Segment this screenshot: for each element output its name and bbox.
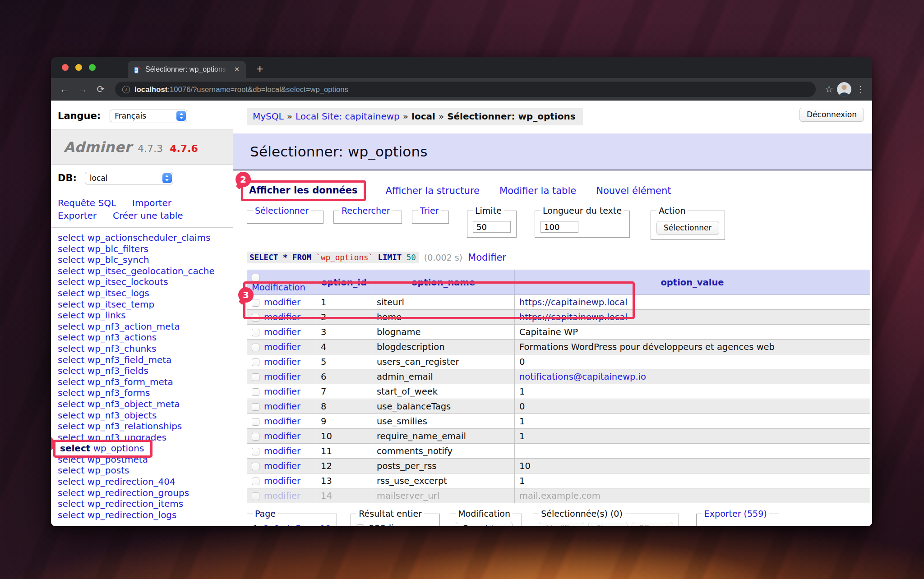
breadcrumb-link[interactable]: MySQL bbox=[253, 111, 284, 122]
modify-row-link[interactable]: modifier bbox=[264, 491, 300, 501]
language-select[interactable]: Français bbox=[110, 110, 187, 122]
value-link[interactable]: notifications@capitainewp.io bbox=[519, 372, 646, 382]
search-legend-link[interactable]: Rechercher bbox=[339, 206, 393, 216]
select-all-checkbox[interactable] bbox=[252, 274, 259, 281]
tab-afficher-les-données[interactable]: Afficher les données bbox=[249, 185, 358, 196]
modification-header-link[interactable]: Modification bbox=[252, 282, 305, 293]
sidebar-table-link[interactable]: select wp_nf3_forms bbox=[58, 387, 150, 398]
sidebar-table-link[interactable]: select wp_nf3_fields bbox=[58, 365, 148, 376]
modify-row-link[interactable]: modifier bbox=[264, 342, 300, 352]
row-checkbox[interactable] bbox=[252, 329, 259, 336]
sidebar-active-table-link[interactable]: select wp_options bbox=[60, 443, 144, 454]
row-checkbox[interactable] bbox=[252, 403, 259, 411]
sidebar-table-link[interactable]: select wp_nf3_relationships bbox=[58, 421, 182, 432]
modify-row-link[interactable]: modifier bbox=[264, 357, 300, 367]
modify-row-link[interactable]: modifier bbox=[264, 476, 300, 486]
sort-legend-link[interactable]: Trier bbox=[418, 206, 441, 216]
column-header-option-value[interactable]: option_value bbox=[661, 277, 724, 288]
row-checkbox[interactable] bbox=[252, 418, 259, 426]
row-checkbox[interactable] bbox=[252, 478, 259, 485]
tab-close-icon[interactable]: ✕ bbox=[232, 65, 241, 74]
address-bar[interactable]: i localhost:10076/?username=root&db=loca… bbox=[115, 82, 816, 97]
sidebar-table-link[interactable]: select wp_nf3_objects bbox=[58, 410, 157, 421]
modify-row-link[interactable]: modifier bbox=[264, 401, 300, 412]
minimize-window-button[interactable] bbox=[75, 64, 82, 71]
chrome-menu-icon[interactable]: ⋮ bbox=[855, 84, 866, 95]
value-link[interactable]: https://capitainewp.local bbox=[519, 297, 628, 308]
tab-afficher-la-structure[interactable]: Afficher la structure bbox=[386, 185, 480, 196]
modify-row-link[interactable]: modifier bbox=[264, 312, 300, 322]
save-button[interactable]: Enregistrer bbox=[456, 522, 513, 526]
sidebar-table-link[interactable]: select wp_redirection_groups bbox=[58, 487, 189, 498]
browser-tab[interactable]: Sélectionner: wp_options - Admi ✕ bbox=[128, 61, 246, 78]
sidebar-table-link[interactable]: select wp_nf3_actions bbox=[58, 332, 157, 343]
adminer-logo[interactable]: Adminer bbox=[64, 139, 132, 155]
page-link[interactable]: 4 bbox=[285, 523, 291, 526]
select-submit-button[interactable]: Sélectionner bbox=[656, 221, 719, 235]
logout-button[interactable]: Déconnexion bbox=[799, 108, 864, 122]
sidebar-link-importer[interactable]: Importer bbox=[132, 197, 171, 209]
adminer-update-link[interactable]: 4.7.6 bbox=[170, 143, 198, 154]
row-checkbox[interactable] bbox=[252, 492, 259, 500]
sidebar-table-link[interactable]: select wp_nf3_chunks bbox=[58, 343, 156, 354]
back-icon[interactable]: ← bbox=[57, 84, 72, 95]
selected-modifier-button[interactable]: Modifier bbox=[539, 522, 584, 526]
row-checkbox[interactable] bbox=[252, 299, 259, 307]
sidebar-link-créer-une-table[interactable]: Créer une table bbox=[113, 209, 183, 222]
modify-row-link[interactable]: modifier bbox=[264, 297, 300, 308]
page-link[interactable]: 5 bbox=[296, 523, 301, 526]
sidebar-table-link[interactable]: select wp_nf3_field_meta bbox=[58, 354, 171, 365]
tab-modifier-la-table[interactable]: Modifier la table bbox=[499, 185, 576, 196]
sidebar-table-link[interactable]: select wp_actionscheduler_claims bbox=[58, 232, 211, 243]
sidebar-table-link[interactable]: select wp_redirection_404 bbox=[58, 476, 176, 487]
selected-effacer-button[interactable]: Effacer bbox=[632, 522, 673, 526]
selected-cloner-button[interactable]: Cloner bbox=[588, 522, 628, 526]
row-checkbox[interactable] bbox=[252, 358, 259, 366]
page-link[interactable]: 2 bbox=[263, 523, 269, 526]
sidebar-link-requête-sql[interactable]: Requête SQL bbox=[58, 197, 116, 209]
row-checkbox[interactable] bbox=[252, 373, 259, 381]
modify-row-link[interactable]: modifier bbox=[264, 446, 300, 456]
row-checkbox[interactable] bbox=[252, 314, 259, 322]
row-checkbox[interactable] bbox=[252, 388, 259, 396]
page-link[interactable]: 3 bbox=[274, 523, 280, 526]
sidebar-link-exporter[interactable]: Exporter bbox=[58, 209, 97, 222]
zoom-window-button[interactable] bbox=[89, 64, 96, 71]
modify-row-link[interactable]: modifier bbox=[264, 327, 300, 337]
modify-row-link[interactable]: modifier bbox=[264, 372, 300, 382]
sidebar-table-link[interactable]: select wp_nf3_action_meta bbox=[58, 321, 180, 332]
sidebar-table-link[interactable]: select wp_blc_synch bbox=[58, 254, 149, 265]
export-legend-link[interactable]: Exporter (559) bbox=[702, 509, 769, 519]
modify-row-link[interactable]: modifier bbox=[264, 386, 300, 397]
select-legend-link[interactable]: Sélectionner bbox=[253, 206, 311, 216]
close-window-button[interactable] bbox=[62, 64, 69, 71]
text-length-input[interactable] bbox=[541, 221, 578, 233]
sidebar-table-link[interactable]: select wp_itsec_lockouts bbox=[58, 276, 168, 287]
modify-row-link[interactable]: modifier bbox=[264, 416, 300, 427]
page-link-last[interactable]: 12 bbox=[320, 523, 331, 526]
site-info-icon[interactable]: i bbox=[122, 86, 130, 93]
value-link[interactable]: https://capitainewp.local bbox=[519, 312, 628, 322]
sidebar-table-link[interactable]: select wp_nf3_form_meta bbox=[58, 377, 173, 387]
profile-avatar[interactable] bbox=[837, 82, 851, 96]
new-tab-button[interactable]: + bbox=[253, 62, 267, 75]
breadcrumb-link[interactable]: Local Site: capitainewp bbox=[296, 111, 400, 122]
sidebar-table-link[interactable]: select wp_redirection_items bbox=[58, 498, 183, 509]
modify-row-link[interactable]: modifier bbox=[264, 461, 300, 471]
whole-result-checkbox[interactable] bbox=[356, 524, 364, 527]
bookmark-star-icon[interactable]: ☆ bbox=[825, 84, 833, 95]
row-checkbox[interactable] bbox=[252, 344, 259, 351]
sidebar-table-link[interactable]: select wp_redirection_logs bbox=[58, 510, 176, 520]
sidebar-table-link[interactable]: select wp_nf3_object_meta bbox=[58, 399, 180, 409]
sidebar-table-link[interactable]: select wp_itsec_temp bbox=[58, 299, 154, 310]
row-checkbox[interactable] bbox=[252, 448, 259, 455]
reload-icon[interactable]: ⟳ bbox=[93, 84, 108, 95]
limit-input[interactable] bbox=[473, 221, 511, 233]
sidebar-table-link[interactable]: select wp_blc_filters bbox=[58, 244, 148, 254]
row-checkbox[interactable] bbox=[252, 463, 259, 470]
sidebar-table-link[interactable]: select wp_itsec_geolocation_cache bbox=[58, 266, 215, 276]
modify-row-link[interactable]: modifier bbox=[264, 431, 300, 441]
column-header-option-id[interactable]: option_id bbox=[321, 277, 367, 288]
tab-nouvel-élément[interactable]: Nouvel élément bbox=[596, 185, 671, 196]
db-select[interactable]: local bbox=[85, 172, 173, 184]
